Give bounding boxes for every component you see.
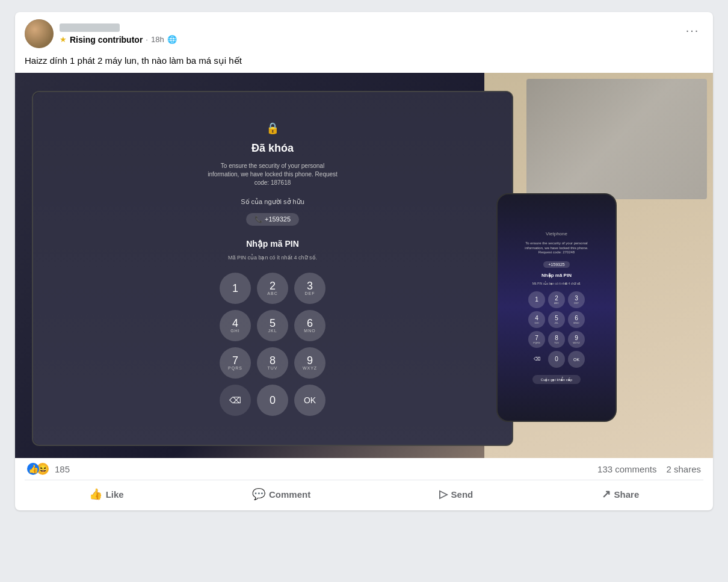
avatar[interactable]	[25, 19, 54, 48]
post-card: ★ Rising contributor · 18h 🌐 ··· Haizz d…	[15, 12, 713, 510]
tablet-so-chu-label: Số của người sở hữu	[241, 198, 304, 206]
tablet-key-3[interactable]: 3DEF	[294, 273, 325, 304]
tablet-device: 🔒 Đã khóa To ensure the security of your…	[32, 91, 513, 446]
username-blur	[60, 23, 120, 32]
tablet-key-8[interactable]: 8TUV	[257, 347, 288, 379]
phone-key-1[interactable]: 1	[528, 291, 545, 308]
tablet-key-del[interactable]: ⌫	[220, 385, 251, 416]
phone-key-0[interactable]: 0	[548, 351, 565, 368]
comments-count[interactable]: 133 comments	[597, 464, 656, 474]
tablet-key-9[interactable]: 9WXYZ	[294, 347, 325, 379]
phone-key-2[interactable]: 2ABC	[548, 291, 565, 308]
phone-key-ok[interactable]: OK	[568, 351, 585, 368]
send-icon: ▷	[439, 488, 448, 501]
meta-row: ★ Rising contributor · 18h 🌐	[60, 35, 177, 45]
phone-nhap-pin: Nhập mã PIN	[541, 273, 572, 278]
tablet-pin-sub: Mã PIN của bạn có ít nhất 4 chữ số.	[228, 255, 317, 261]
post-header: ★ Rising contributor · 18h 🌐 ···	[25, 19, 703, 48]
reactions-row: 👍 😆 185 133 comments 2 shares	[25, 458, 703, 480]
phone-key-5[interactable]: 5JKL	[548, 311, 565, 328]
like-reaction-icon: 👍	[27, 463, 39, 475]
post-image: 🔒 Đã khóa To ensure the security of your…	[15, 73, 713, 458]
like-button[interactable]: 👍 Like	[79, 483, 134, 506]
phone-numpad: 1 2ABC 3DEF 4GHI 5JKL 6MNO 7PQRS 8TUV 9W…	[528, 291, 585, 368]
tablet-key-4[interactable]: 4GHI	[220, 310, 251, 341]
like-icon: 👍	[89, 488, 102, 501]
phone-key-3[interactable]: 3DEF	[568, 291, 585, 308]
like-label: Like	[106, 489, 124, 500]
more-options-button[interactable]: ···	[682, 19, 703, 41]
phone-key-8[interactable]: 8TUV	[548, 331, 565, 348]
laptop-image	[526, 79, 707, 199]
tablet-key-ok[interactable]: OK	[294, 385, 325, 416]
phone-emergency-call[interactable]: Cuộc gọi khẩn cấp	[532, 375, 581, 384]
rising-contributor-badge: Rising contributor	[70, 35, 143, 45]
phone-key-9[interactable]: 9WXYZ	[568, 331, 585, 348]
tablet-key-0[interactable]: 0	[257, 385, 288, 416]
reactions-left: 👍 😆 185	[27, 463, 70, 475]
phone-carrier: Vietphone	[546, 231, 567, 237]
reaction-icons: 👍 😆	[27, 463, 46, 475]
phone-pin-sub: Mã PIN của bạn có ít nhất 4 chữ số.	[532, 282, 581, 285]
phone-key-6[interactable]: 6MNO	[568, 311, 585, 328]
phone-security-msg: To ensure the security of your personal …	[520, 241, 593, 255]
share-button[interactable]: ↗ Share	[592, 483, 649, 506]
tablet-key-5[interactable]: 5JKL	[257, 310, 288, 341]
comment-button[interactable]: 💬 Comment	[242, 483, 320, 506]
tablet-security-msg: To ensure the security of your personal …	[206, 162, 339, 187]
shares-count[interactable]: 2 shares	[666, 464, 701, 474]
reactions-right: 133 comments 2 shares	[597, 464, 701, 474]
comment-icon: 💬	[252, 488, 265, 501]
phone-key-4[interactable]: 4GHI	[528, 311, 545, 328]
tablet-key-2[interactable]: 2ABC	[257, 273, 288, 304]
tablet-key-6[interactable]: 6MNO	[294, 310, 325, 341]
star-icon: ★	[60, 35, 67, 44]
tablet-phone-number[interactable]: 📞 +159325	[246, 213, 299, 226]
send-button[interactable]: ▷ Send	[430, 483, 483, 506]
separator-dot: ·	[146, 35, 148, 44]
tablet-nhap-pin: Nhập mã PIN	[246, 239, 299, 249]
share-icon: ↗	[602, 488, 611, 501]
tablet-numpad: 1 2ABC 3DEF 4GHI 5JKL 6MNO 7PQRS 8TUV 9W…	[220, 273, 325, 416]
phone-key-7[interactable]: 7PQRS	[528, 331, 545, 348]
lock-icon: 🔒	[266, 122, 279, 135]
send-label: Send	[451, 489, 474, 500]
phone-number-btn[interactable]: +159325	[543, 261, 569, 268]
phone-key-del[interactable]: ⌫	[528, 351, 545, 368]
post-time: 18h	[151, 35, 164, 44]
post-text: Haizz dính 1 phát 2 máy lun, th nào làm …	[25, 54, 703, 67]
globe-icon: 🌐	[167, 35, 177, 44]
user-info: ★ Rising contributor · 18h 🌐	[60, 23, 177, 45]
phone-device: Vietphone To ensure the security of your…	[496, 193, 617, 422]
author-info: ★ Rising contributor · 18h 🌐	[25, 19, 177, 48]
da-khoa-text: Đã khóa	[251, 142, 294, 155]
tablet-key-7[interactable]: 7PQRS	[220, 347, 251, 379]
action-row: 👍 Like 💬 Comment ▷ Send ↗ Share	[25, 480, 703, 510]
tablet-key-1[interactable]: 1	[220, 273, 251, 304]
share-label: Share	[614, 489, 640, 500]
reaction-count: 185	[55, 464, 70, 474]
comment-label: Comment	[269, 489, 310, 500]
